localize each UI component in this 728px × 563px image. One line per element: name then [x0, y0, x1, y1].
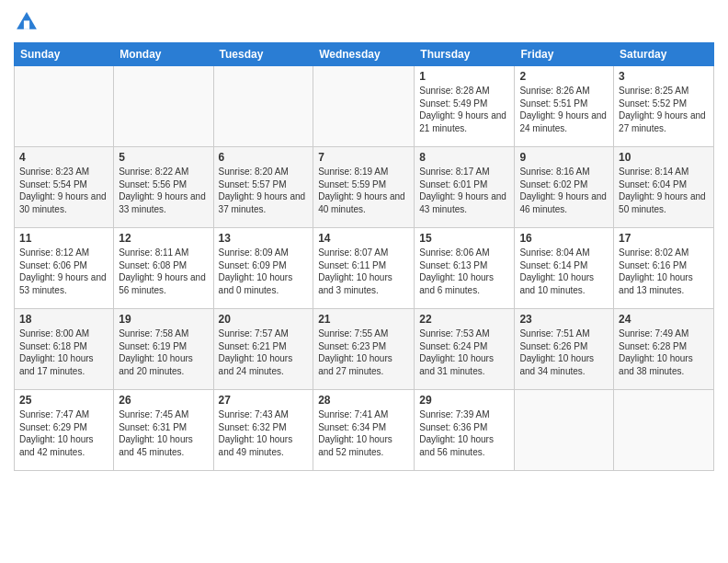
day-cell: 24Sunrise: 7:49 AM Sunset: 6:28 PM Dayli… [614, 309, 714, 390]
day-number: 3 [619, 70, 709, 83]
week-row: 25Sunrise: 7:47 AM Sunset: 6:29 PM Dayli… [15, 390, 714, 471]
day-cell: 17Sunrise: 8:02 AM Sunset: 6:16 PM Dayli… [614, 228, 714, 309]
week-row: 1Sunrise: 8:28 AM Sunset: 5:49 PM Daylig… [15, 66, 714, 147]
day-cell: 29Sunrise: 7:39 AM Sunset: 6:36 PM Dayli… [415, 390, 515, 471]
day-cell: 3Sunrise: 8:25 AM Sunset: 5:52 PM Daylig… [614, 66, 714, 147]
day-number: 24 [619, 313, 709, 326]
day-number: 6 [219, 151, 309, 164]
day-number: 18 [19, 313, 108, 326]
day-info: Sunrise: 8:02 AM Sunset: 6:16 PM Dayligh… [619, 247, 709, 296]
calendar-table: SundayMondayTuesdayWednesdayThursdayFrid… [14, 42, 714, 471]
day-number: 4 [19, 151, 108, 164]
day-number: 17 [619, 232, 709, 245]
day-cell: 18Sunrise: 8:00 AM Sunset: 6:18 PM Dayli… [15, 309, 114, 390]
column-header-sunday: Sunday [15, 43, 114, 66]
day-cell: 12Sunrise: 8:11 AM Sunset: 6:08 PM Dayli… [114, 228, 213, 309]
column-header-friday: Friday [515, 43, 614, 66]
day-info: Sunrise: 8:12 AM Sunset: 6:06 PM Dayligh… [19, 247, 108, 296]
day-number: 25 [19, 394, 108, 407]
day-number: 1 [419, 70, 509, 83]
header [14, 9, 714, 35]
column-header-saturday: Saturday [614, 43, 714, 66]
day-cell: 14Sunrise: 8:07 AM Sunset: 6:11 PM Dayli… [313, 228, 415, 309]
day-info: Sunrise: 7:49 AM Sunset: 6:28 PM Dayligh… [619, 327, 709, 377]
day-info: Sunrise: 7:51 AM Sunset: 6:26 PM Dayligh… [519, 327, 609, 377]
day-number: 29 [419, 394, 509, 407]
day-cell: 6Sunrise: 8:20 AM Sunset: 5:57 PM Daylig… [213, 147, 313, 228]
day-cell [614, 390, 714, 471]
day-number: 2 [519, 70, 609, 83]
logo [14, 9, 43, 35]
day-cell: 25Sunrise: 7:47 AM Sunset: 6:29 PM Dayli… [15, 390, 114, 471]
day-info: Sunrise: 8:04 AM Sunset: 6:14 PM Dayligh… [519, 247, 609, 296]
day-number: 10 [619, 151, 709, 164]
day-info: Sunrise: 8:17 AM Sunset: 6:01 PM Dayligh… [419, 166, 509, 215]
week-row: 18Sunrise: 8:00 AM Sunset: 6:18 PM Dayli… [15, 309, 714, 390]
day-info: Sunrise: 8:28 AM Sunset: 5:49 PM Dayligh… [419, 85, 509, 134]
day-number: 8 [419, 151, 509, 164]
day-cell: 11Sunrise: 8:12 AM Sunset: 6:06 PM Dayli… [15, 228, 114, 309]
day-cell [15, 66, 114, 147]
day-cell: 20Sunrise: 7:57 AM Sunset: 6:21 PM Dayli… [213, 309, 313, 390]
day-cell: 27Sunrise: 7:43 AM Sunset: 6:32 PM Dayli… [213, 390, 313, 471]
day-number: 26 [119, 394, 208, 407]
day-number: 5 [119, 151, 208, 164]
header-row: SundayMondayTuesdayWednesdayThursdayFrid… [15, 43, 714, 66]
day-info: Sunrise: 8:25 AM Sunset: 5:52 PM Dayligh… [619, 85, 709, 134]
day-cell: 16Sunrise: 8:04 AM Sunset: 6:14 PM Dayli… [515, 228, 614, 309]
day-cell: 1Sunrise: 8:28 AM Sunset: 5:49 PM Daylig… [415, 66, 515, 147]
day-cell: 23Sunrise: 7:51 AM Sunset: 6:26 PM Dayli… [515, 309, 614, 390]
column-header-wednesday: Wednesday [313, 43, 415, 66]
day-cell: 21Sunrise: 7:55 AM Sunset: 6:23 PM Dayli… [313, 309, 415, 390]
day-cell: 7Sunrise: 8:19 AM Sunset: 5:59 PM Daylig… [313, 147, 415, 228]
day-number: 23 [519, 313, 609, 326]
day-number: 7 [318, 151, 409, 164]
day-number: 14 [318, 232, 409, 245]
day-cell [114, 66, 213, 147]
day-info: Sunrise: 8:07 AM Sunset: 6:11 PM Dayligh… [318, 247, 409, 296]
day-number: 22 [419, 313, 509, 326]
day-info: Sunrise: 8:19 AM Sunset: 5:59 PM Dayligh… [318, 166, 409, 215]
day-info: Sunrise: 7:55 AM Sunset: 6:23 PM Dayligh… [318, 327, 409, 377]
column-header-thursday: Thursday [415, 43, 515, 66]
day-info: Sunrise: 8:26 AM Sunset: 5:51 PM Dayligh… [519, 85, 609, 134]
day-info: Sunrise: 7:57 AM Sunset: 6:21 PM Dayligh… [219, 327, 309, 377]
week-row: 4Sunrise: 8:23 AM Sunset: 5:54 PM Daylig… [15, 147, 714, 228]
day-number: 12 [119, 232, 208, 245]
day-number: 28 [318, 394, 409, 407]
day-cell [515, 390, 614, 471]
day-info: Sunrise: 8:16 AM Sunset: 6:02 PM Dayligh… [519, 166, 609, 215]
column-header-monday: Monday [114, 43, 213, 66]
day-number: 19 [119, 313, 208, 326]
day-info: Sunrise: 7:58 AM Sunset: 6:19 PM Dayligh… [119, 327, 208, 377]
day-number: 21 [318, 313, 409, 326]
day-number: 15 [419, 232, 509, 245]
day-info: Sunrise: 8:09 AM Sunset: 6:09 PM Dayligh… [219, 247, 309, 296]
day-number: 11 [19, 232, 108, 245]
day-info: Sunrise: 8:06 AM Sunset: 6:13 PM Dayligh… [419, 247, 509, 296]
day-cell: 9Sunrise: 8:16 AM Sunset: 6:02 PM Daylig… [515, 147, 614, 228]
svg-rect-2 [24, 20, 29, 29]
day-cell: 26Sunrise: 7:45 AM Sunset: 6:31 PM Dayli… [114, 390, 213, 471]
day-cell [313, 66, 415, 147]
day-info: Sunrise: 8:11 AM Sunset: 6:08 PM Dayligh… [119, 247, 208, 296]
day-cell: 2Sunrise: 8:26 AM Sunset: 5:51 PM Daylig… [515, 66, 614, 147]
day-number: 27 [219, 394, 309, 407]
day-number: 16 [519, 232, 609, 245]
day-number: 9 [519, 151, 609, 164]
day-info: Sunrise: 7:53 AM Sunset: 6:24 PM Dayligh… [419, 327, 509, 377]
day-info: Sunrise: 7:45 AM Sunset: 6:31 PM Dayligh… [119, 408, 208, 458]
day-info: Sunrise: 7:47 AM Sunset: 6:29 PM Dayligh… [19, 408, 108, 458]
day-cell: 15Sunrise: 8:06 AM Sunset: 6:13 PM Dayli… [415, 228, 515, 309]
day-cell: 19Sunrise: 7:58 AM Sunset: 6:19 PM Dayli… [114, 309, 213, 390]
day-info: Sunrise: 7:43 AM Sunset: 6:32 PM Dayligh… [219, 408, 309, 458]
calendar-page: SundayMondayTuesdayWednesdayThursdayFrid… [0, 0, 728, 563]
day-info: Sunrise: 7:41 AM Sunset: 6:34 PM Dayligh… [318, 408, 409, 458]
day-cell: 10Sunrise: 8:14 AM Sunset: 6:04 PM Dayli… [614, 147, 714, 228]
day-number: 13 [219, 232, 309, 245]
column-header-tuesday: Tuesday [213, 43, 313, 66]
day-number: 20 [219, 313, 309, 326]
logo-icon [14, 9, 40, 35]
day-cell: 5Sunrise: 8:22 AM Sunset: 5:56 PM Daylig… [114, 147, 213, 228]
day-cell: 28Sunrise: 7:41 AM Sunset: 6:34 PM Dayli… [313, 390, 415, 471]
